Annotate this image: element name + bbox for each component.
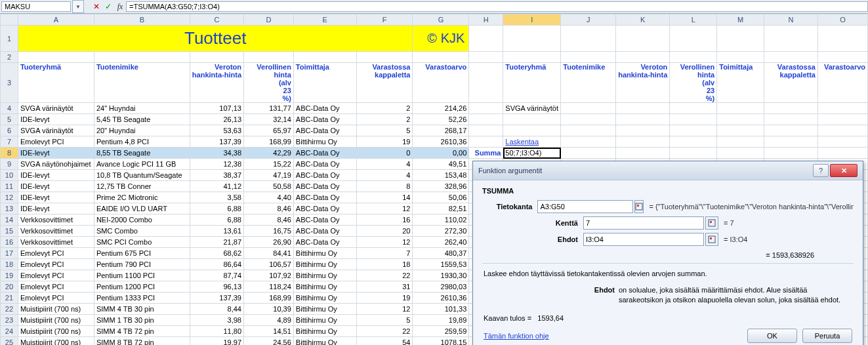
cell-E21[interactable]: Bittihirmu Oy [293,293,356,304]
cell-D17[interactable]: 84,41 [244,248,294,259]
cell-B25[interactable]: SIMM 8 TB 72 pin [94,337,190,345]
arg-input-1[interactable] [583,216,704,230]
select-all-corner[interactable] [1,14,18,26]
header-1[interactable]: Tuoteryhmä [18,63,94,103]
cell-G23[interactable]: 19,89 [413,315,469,326]
cell-B7[interactable]: Pentium 4,8 PCI [94,136,190,148]
cancel-formula-button[interactable]: ✕ [91,1,102,12]
cell-E10[interactable]: ABC-Data Oy [293,170,356,181]
arg-input-2[interactable] [583,233,704,246]
cell-E23[interactable]: Bittihirmu Oy [293,315,356,326]
name-box[interactable] [1,1,71,12]
cell-A11[interactable]: IDE-levyt [18,181,94,192]
cell-I7[interactable]: Laskentaa [503,136,561,148]
cell-C9[interactable]: 12,38 [190,159,243,170]
row-header-4[interactable]: 4 [1,103,18,114]
fx-button[interactable]: fx [114,1,126,12]
cell-C22[interactable]: 8,44 [190,304,243,315]
col-header-B[interactable]: B [94,14,190,26]
cell-K5[interactable] [616,114,670,125]
col-header-D[interactable]: D [244,14,294,26]
col-header-H[interactable]: H [469,14,503,26]
cell-E5[interactable]: ABC-Data Oy [293,114,356,125]
cell-B8[interactable]: 8,55 TB Seagate [94,148,190,159]
row-header-10[interactable]: 10 [1,170,18,181]
cell-K6[interactable] [616,125,670,136]
cell-N8[interactable] [764,148,818,159]
cell-G7[interactable]: 2610,36 [413,136,469,148]
cell-C21[interactable]: 137,39 [190,293,243,304]
cell-A22[interactable]: Muistipiirit (700 ns) [18,304,94,315]
cell-E7[interactable]: Bittihirmu Oy [293,136,356,148]
cell-A17[interactable]: Emolevyt PCI [18,248,94,259]
cell-F5[interactable]: 2 [356,114,413,125]
cell-J8[interactable] [561,148,616,159]
cell-E19[interactable]: Bittihirmu Oy [293,270,356,281]
row-header-11[interactable]: 11 [1,181,18,192]
cell-H6[interactable] [469,125,503,136]
cell[interactable] [616,52,670,63]
cell[interactable] [503,52,561,63]
cell-B6[interactable]: 20" Huyndai [94,125,190,136]
arg-picker-0[interactable] [634,200,644,213]
cell-J6[interactable] [561,125,616,136]
cell-B13[interactable]: EAIDE I/O VLD UART [94,203,190,214]
laskentaa-link[interactable]: Laskentaa [505,138,539,146]
cell[interactable] [94,52,190,63]
cell-J7[interactable] [561,136,616,148]
cell-A20[interactable]: Emolevyt PCI [18,281,94,293]
cell-D5[interactable]: 32,14 [244,114,294,125]
cell-E12[interactable]: ABC-Data Oy [293,192,356,203]
cell-H7[interactable] [469,136,503,148]
cell-F22[interactable]: 12 [356,304,413,315]
cell-C19[interactable]: 87,74 [190,270,243,281]
cell-A6[interactable]: SVGA värinäytöt [18,125,94,136]
cell-E15[interactable]: ABC-Data Oy [293,226,356,237]
cell-C18[interactable]: 86,64 [190,259,243,270]
cell-G25[interactable]: 1078,15 [413,337,469,345]
cell[interactable] [764,26,818,52]
cell-D20[interactable]: 118,24 [244,281,294,293]
cell-F24[interactable]: 22 [356,326,413,337]
cell-A10[interactable]: IDE-levyt [18,170,94,181]
cell-E20[interactable]: Bittihirmu Oy [293,281,356,293]
cell-C20[interactable]: 96,13 [190,281,243,293]
cell-O4[interactable] [817,103,867,114]
col-header-J[interactable]: J [561,14,616,26]
cell-G16[interactable]: 262,40 [413,237,469,248]
cell[interactable] [817,52,867,63]
cell-E24[interactable]: Bittihirmu Oy [293,326,356,337]
cell-D10[interactable]: 47,19 [244,170,294,181]
cell-G6[interactable]: 268,17 [413,125,469,136]
cell-F17[interactable]: 7 [356,248,413,259]
cell-K7[interactable] [616,136,670,148]
cell-O6[interactable] [817,125,867,136]
cell-A16[interactable]: Verkkosovittimet [18,237,94,248]
cell-A12[interactable]: IDE-levyt [18,192,94,203]
cell-J5[interactable] [561,114,616,125]
row-header-16[interactable]: 16 [1,237,18,248]
cell-D24[interactable]: 14,51 [244,326,294,337]
row-header-12[interactable]: 12 [1,192,18,203]
cell-G9[interactable]: 49,51 [413,159,469,170]
cell-G14[interactable]: 110,02 [413,214,469,226]
cell-G13[interactable]: 82,51 [413,203,469,214]
cell[interactable] [413,52,469,63]
cell-C14[interactable]: 6,88 [190,214,243,226]
col-header-C[interactable]: C [190,14,243,26]
cell-F9[interactable]: 4 [356,159,413,170]
cell-B4[interactable]: 24" Huyndai [94,103,190,114]
cell-H5[interactable] [469,114,503,125]
cell-B23[interactable]: SIMM 1 TB 30 pin [94,315,190,326]
dialog-help-link[interactable]: Tämän funktion ohje [484,332,742,340]
cell-E25[interactable]: Bittihirmu Oy [293,337,356,345]
row-header-3[interactable]: 3 [1,63,18,103]
cell-C16[interactable]: 21,87 [190,237,243,248]
cell-E9[interactable]: ABC-Data Oy [293,159,356,170]
row-header-20[interactable]: 20 [1,281,18,293]
cell-E14[interactable]: ABC-Data Oy [293,214,356,226]
cell-B16[interactable]: SMC PCI Combo [94,237,190,248]
cell-M8[interactable] [717,148,764,159]
cell-D23[interactable]: 4,89 [244,315,294,326]
cell[interactable] [469,52,503,63]
